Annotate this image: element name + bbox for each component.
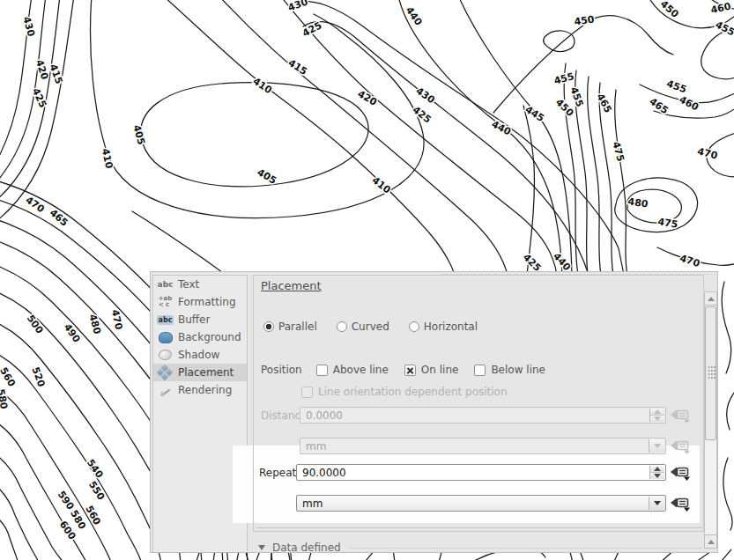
sidebar-item-label: Buffer xyxy=(178,313,210,326)
sidebar-item-label: Shadow xyxy=(178,349,219,361)
sidebar-item-label: Rendering xyxy=(178,384,232,396)
scroll-up-button[interactable] xyxy=(705,292,716,306)
text-icon: abc xyxy=(158,277,173,291)
data-defined-section-header[interactable]: Data defined xyxy=(258,542,702,553)
sidebar-item-background[interactable]: Background xyxy=(153,328,247,346)
collapse-triangle-icon xyxy=(258,545,265,550)
position-option-label: On line xyxy=(421,364,459,376)
position-option-label: Below line xyxy=(491,364,545,376)
mode-radio-parallel[interactable]: Parallel xyxy=(263,321,317,333)
sidebar-item-formatting[interactable]: +ab< cFormatting xyxy=(153,293,247,311)
line-orientation-row: Line orientation dependent position xyxy=(301,386,508,398)
position-option-label: Above line xyxy=(333,364,389,376)
scrollbar-grip xyxy=(708,365,715,379)
lower-scroll-up-button[interactable] xyxy=(704,534,717,549)
panel-title: Placement xyxy=(261,279,322,292)
formatting-icon: +ab< c xyxy=(158,295,173,309)
data-defined-icon xyxy=(670,438,693,455)
sidebar-item-text[interactable]: abcText xyxy=(153,276,247,293)
distance-unit-data-defined-button xyxy=(670,438,693,455)
checkbox-icon xyxy=(474,365,486,376)
checkbox-icon xyxy=(316,365,328,376)
background-icon xyxy=(158,330,173,344)
radio-icon xyxy=(409,321,419,332)
placement-icon xyxy=(158,365,173,379)
distance-data-defined-button xyxy=(670,407,693,424)
mode-radio-label: Curved xyxy=(352,321,389,333)
line-orientation-checkbox xyxy=(301,387,313,398)
mode-radio-row: ParallelCurvedHorizontal xyxy=(263,321,497,333)
panel-top-grip xyxy=(441,273,718,276)
mode-radio-horizontal[interactable]: Horizontal xyxy=(409,321,478,333)
section-separator xyxy=(256,527,702,528)
data-defined-label: Data defined xyxy=(272,542,341,553)
mode-radio-label: Horizontal xyxy=(424,321,478,333)
data-defined-rule xyxy=(350,548,702,549)
mode-radio-curved[interactable]: Curved xyxy=(337,321,389,333)
radio-icon xyxy=(263,321,274,332)
distance-spinner xyxy=(649,409,664,422)
position-option-above-line[interactable]: Above line xyxy=(316,364,389,376)
position-option-below-line[interactable]: Below line xyxy=(474,364,545,376)
shadow-icon xyxy=(158,348,173,362)
radio-icon xyxy=(337,321,347,332)
sidebar-item-label: Placement xyxy=(178,366,234,379)
repeat-unit-combobox[interactable]: mm xyxy=(296,495,666,512)
repeat-input[interactable]: 90.0000 xyxy=(296,464,666,481)
data-defined-icon xyxy=(670,495,693,512)
distance-input: 0.0000 xyxy=(300,407,666,424)
repeat-label: Repeat xyxy=(259,467,296,479)
data-defined-icon xyxy=(670,407,693,424)
buffer-icon: abc xyxy=(158,313,173,327)
repeat-spinner[interactable] xyxy=(649,466,664,479)
position-option-on-line[interactable]: On line xyxy=(404,364,459,376)
distance-unit-combobox: mm xyxy=(300,438,666,454)
line-orientation-label: Line orientation dependent position xyxy=(318,386,508,398)
mode-radio-label: Parallel xyxy=(278,321,317,333)
sidebar-item-placement[interactable]: Placement xyxy=(153,364,247,381)
position-row: Position Above lineOn lineBelow line xyxy=(261,364,561,376)
repeat-data-defined-button[interactable] xyxy=(670,464,693,482)
position-label: Position xyxy=(261,364,302,376)
label-placement-panel: abcText+ab< cFormattingabcBufferBackgrou… xyxy=(150,271,718,553)
rendering-icon xyxy=(158,383,173,397)
sidebar-item-rendering[interactable]: Rendering xyxy=(153,381,247,399)
scrollbar-thumb[interactable] xyxy=(705,306,716,440)
panel-scrollbar[interactable] xyxy=(704,291,717,536)
sidebar-item-label: Formatting xyxy=(178,296,236,308)
sidebar-item-label: Text xyxy=(178,278,199,291)
sidebar-item-buffer[interactable]: abcBuffer xyxy=(153,311,247,328)
sidebar-item-shadow[interactable]: Shadow xyxy=(153,346,247,364)
checkbox-icon xyxy=(404,365,416,376)
sidebar-item-label: Background xyxy=(178,331,241,343)
data-defined-icon xyxy=(670,464,693,482)
repeat-unit-data-defined-button[interactable] xyxy=(670,495,693,512)
